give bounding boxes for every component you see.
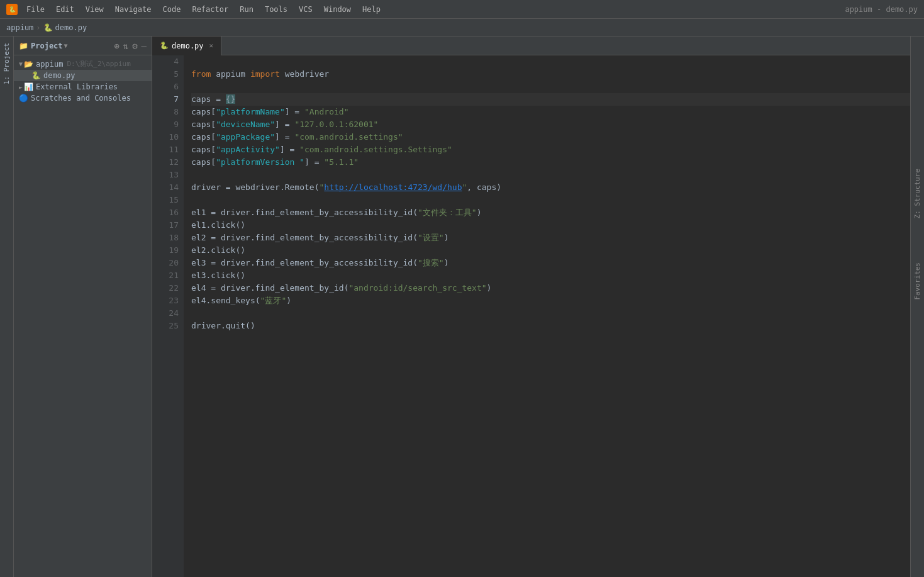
tree-item-appium[interactable]: ▼ 📂 appium D:\测试_2\appium	[14, 58, 152, 70]
collapse-arrow: ►	[19, 84, 23, 91]
layout-icon[interactable]: ⇅	[123, 41, 128, 51]
code-line-7: caps = {}	[191, 93, 910, 106]
line-num-7: 7	[152, 93, 179, 106]
breadcrumb-root[interactable]: appium	[6, 23, 33, 32]
code-line-8: caps["platformName"] = "Android"	[191, 106, 910, 118]
line-num-16: 16	[152, 206, 179, 219]
menu-bar: File Edit View Navigate Code Refactor Ru…	[21, 4, 386, 15]
code-line-16: el1 = driver.find_element_by_accessibili…	[191, 206, 910, 219]
scope-icon[interactable]: ⊕	[114, 41, 119, 51]
code-line-24	[191, 307, 910, 320]
menu-refactor[interactable]: Refactor	[187, 4, 233, 15]
minimize-icon[interactable]: —	[142, 41, 147, 51]
line-num-12: 12	[152, 156, 179, 169]
line-num-17: 17	[152, 219, 179, 232]
app-logo: 🐍	[6, 4, 18, 15]
breadcrumb-sep: ›	[36, 23, 40, 32]
menu-file[interactable]: File	[21, 4, 50, 15]
menu-run[interactable]: Run	[235, 4, 259, 15]
code-line-23: el4.send_keys("蓝牙")	[191, 294, 910, 307]
code-line-15	[191, 194, 910, 206]
menu-edit[interactable]: Edit	[51, 4, 79, 15]
settings-icon[interactable]: ⚙	[132, 41, 137, 51]
line-num-10: 10	[152, 131, 179, 143]
close-button[interactable]: ✕	[209, 42, 214, 50]
menu-help[interactable]: Help	[357, 4, 386, 15]
tree-item-external-libs[interactable]: ► 📊 External Libraries	[14, 81, 152, 92]
code-line-17: el1.click()	[191, 219, 910, 232]
tree-item-scratches[interactable]: 🔵 Scratches and Consoles	[14, 92, 152, 104]
tabs-bar: 🐍 demo.py ✕	[152, 36, 910, 55]
file-tree: ▼ 📂 appium D:\测试_2\appium 🐍 demo.py ► 📊 …	[14, 55, 152, 577]
code-content[interactable]: from appium import webdriver caps = {} c…	[184, 55, 910, 577]
breadcrumb-filename: demo.py	[55, 23, 87, 32]
left-gutter: 1: Project	[0, 36, 14, 577]
window-title: appium - demo.py	[845, 5, 918, 14]
tree-item-appium-label: appium	[36, 60, 63, 69]
code-editor[interactable]: 4 5 6 7 8 9 10 11 12 13 14 15 16 17 18 1…	[152, 55, 910, 577]
code-line-10: caps["appPackage"] = "com.android.settin…	[191, 131, 910, 143]
menu-code[interactable]: Code	[158, 4, 186, 15]
project-side-tab[interactable]: 1: Project	[1, 39, 13, 88]
menu-vcs[interactable]: VCS	[294, 4, 318, 15]
tree-item-appium-path: D:\测试_2\appium	[67, 59, 130, 69]
tab-file-icon: 🐍	[160, 42, 169, 50]
line-numbers: 4 5 6 7 8 9 10 11 12 13 14 15 16 17 18 1…	[152, 55, 184, 577]
line-num-11: 11	[152, 143, 179, 156]
main-layout: 1: Project 📁 Project ▼ ⊕ ⇅ ⚙ — ▼ 📂 appiu…	[0, 36, 924, 577]
breadcrumb-file[interactable]: 🐍 demo.py	[43, 23, 87, 32]
code-line-14: driver = webdriver.Remote("http://localh…	[191, 181, 910, 194]
menu-navigate[interactable]: Navigate	[110, 4, 157, 15]
code-line-13	[191, 169, 910, 181]
favorites-tab[interactable]: Favorites	[911, 256, 924, 306]
editor-area: 🐍 demo.py ✕ 4 5 6 7 8 9 10 11 12 13 14 1…	[152, 36, 910, 577]
line-num-25: 25	[152, 320, 179, 332]
menu-view[interactable]: View	[81, 4, 109, 15]
menu-tools[interactable]: Tools	[260, 4, 292, 15]
line-num-22: 22	[152, 282, 179, 294]
code-line-20: el3 = driver.find_element_by_accessibili…	[191, 257, 910, 269]
tree-item-scratches-label: Scratches and Consoles	[31, 94, 131, 103]
project-label[interactable]: Project	[31, 42, 63, 50]
structure-tab[interactable]: Z: Structure	[911, 162, 924, 225]
tree-item-demo-py[interactable]: 🐍 demo.py	[14, 70, 152, 81]
dropdown-arrow[interactable]: ▼	[64, 42, 68, 49]
code-line-4	[191, 55, 910, 68]
line-num-24: 24	[152, 307, 179, 320]
line-num-13: 13	[152, 169, 179, 181]
line-num-20: 20	[152, 257, 179, 269]
title-bar: 🐍 File Edit View Navigate Code Refactor …	[0, 0, 924, 19]
line-num-21: 21	[152, 269, 179, 282]
right-side-tabs: Z: Structure Favorites	[910, 36, 924, 577]
line-num-15: 15	[152, 194, 179, 206]
project-panel-header: 📁 Project ▼ ⊕ ⇅ ⚙ —	[14, 36, 152, 55]
line-num-8: 8	[152, 106, 179, 118]
tab-label: demo.py	[172, 42, 204, 50]
code-line-25: driver.quit()	[191, 320, 910, 332]
line-num-18: 18	[152, 232, 179, 244]
code-line-22: el4 = driver.find_element_by_id("android…	[191, 282, 910, 294]
python-file-icon: 🐍	[31, 71, 41, 80]
menu-window[interactable]: Window	[319, 4, 356, 15]
code-line-12: caps["platformVersion "] = "5.1.1"	[191, 156, 910, 169]
folder-icon: 📂	[24, 60, 33, 69]
file-tree-panel: 📁 Project ▼ ⊕ ⇅ ⚙ — ▼ 📂 appium D:\测试_2\a…	[14, 36, 152, 577]
line-num-14: 14	[152, 181, 179, 194]
breadcrumb: appium › 🐍 demo.py	[0, 19, 924, 36]
libs-icon: 📊	[24, 82, 33, 91]
tree-item-external-libs-label: External Libraries	[36, 82, 118, 91]
line-num-5: 5	[152, 68, 179, 81]
code-line-21: el3.click()	[191, 269, 910, 282]
scratches-icon: 🔵	[19, 94, 28, 103]
line-num-6: 6	[152, 81, 179, 93]
folder-icon: 📁	[19, 42, 28, 50]
code-line-6	[191, 81, 910, 93]
code-line-11: caps["appActivity"] = "com.android.setti…	[191, 143, 910, 156]
code-line-5: from appium import webdriver	[191, 68, 910, 81]
tree-item-demo-py-label: demo.py	[43, 71, 75, 80]
code-line-18: el2 = driver.find_element_by_accessibili…	[191, 232, 910, 244]
line-num-4: 4	[152, 55, 179, 68]
file-icon: 🐍	[43, 23, 53, 32]
code-line-19: el2.click()	[191, 244, 910, 257]
tab-demo-py[interactable]: 🐍 demo.py ✕	[152, 36, 221, 55]
